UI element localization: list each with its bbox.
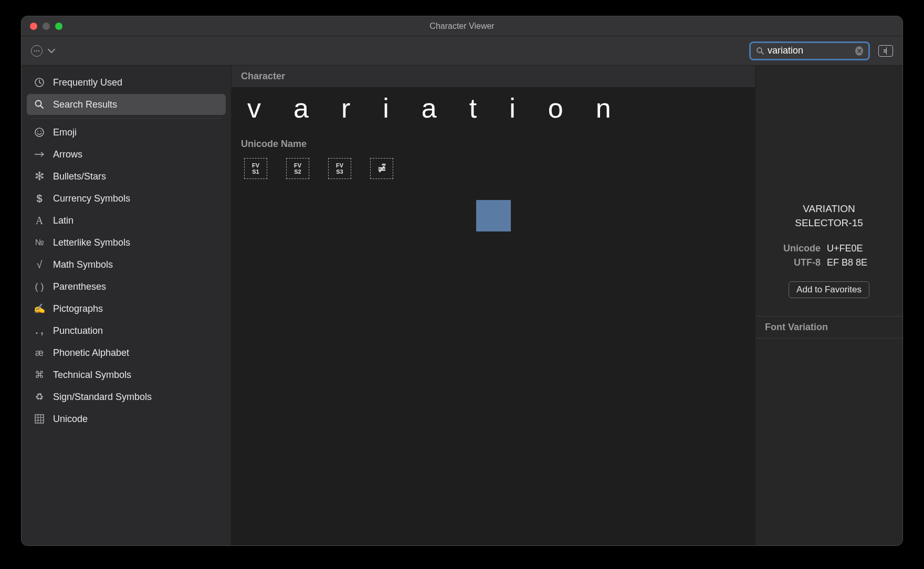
arrow-icon xyxy=(33,148,46,161)
query-char[interactable]: r xyxy=(341,92,367,124)
result-glyph-row: FV S1 FV S2 FV S3 ≠̃ xyxy=(232,158,755,179)
query-char[interactable]: i xyxy=(509,92,532,124)
sidebar-item-label: Math Symbols xyxy=(53,259,113,270)
more-options-icon[interactable] xyxy=(31,45,43,57)
query-char[interactable]: o xyxy=(548,92,580,124)
sidebar-item-punctuation[interactable]: . , Punctuation xyxy=(27,320,226,341)
search-input[interactable] xyxy=(768,45,855,56)
zoom-button[interactable] xyxy=(55,23,62,30)
character-viewer-window: Character Viewer xyxy=(21,16,903,546)
recycle-icon: ♻ xyxy=(33,391,46,403)
query-char[interactable]: v xyxy=(247,92,278,124)
query-char[interactable]: i xyxy=(383,92,406,124)
sidebar-item-label: Arrows xyxy=(53,149,82,160)
sidebar-divider xyxy=(31,118,222,119)
svg-rect-5 xyxy=(884,49,887,50)
sidebar-item-label: Sign/Standard Symbols xyxy=(53,392,152,403)
titlebar: Character Viewer xyxy=(22,16,902,36)
sidebar-item-label: Unicode xyxy=(53,414,88,425)
query-char[interactable]: n xyxy=(596,92,628,124)
sidebar-item-math[interactable]: √ Math Symbols xyxy=(27,254,226,275)
unicode-label: Unicode xyxy=(773,243,821,254)
write-icon: ✍ xyxy=(33,302,46,315)
traffic-lights xyxy=(22,23,62,30)
search-field[interactable] xyxy=(749,41,870,60)
sidebar-item-label: Punctuation xyxy=(53,325,103,336)
utf8-row: UTF-8 EF B8 8E xyxy=(755,256,902,270)
svg-rect-15 xyxy=(35,415,44,423)
sidebar-item-label: Letterlike Symbols xyxy=(53,237,130,248)
main-panel: Character v a r i a t i o n Unicode Name… xyxy=(232,66,755,545)
sidebar-item-label: Frequently Used xyxy=(53,77,122,88)
clear-search-button[interactable] xyxy=(855,46,863,56)
sidebar-item-pictographs[interactable]: ✍ Pictographs xyxy=(27,298,226,319)
sidebar-item-latin[interactable]: A Latin xyxy=(27,210,226,231)
svg-point-12 xyxy=(37,131,38,132)
selected-character-highlight xyxy=(476,200,511,231)
dollar-icon: $ xyxy=(33,192,46,205)
sidebar-item-currency[interactable]: $ Currency Symbols xyxy=(27,188,226,209)
svg-point-13 xyxy=(40,131,41,132)
parens-icon: ( ) xyxy=(33,280,46,293)
svg-point-11 xyxy=(35,128,44,136)
window-title: Character Viewer xyxy=(22,22,902,31)
character-name: VARIATION SELECTOR-15 xyxy=(755,202,902,241)
sidebar-item-bullets-stars[interactable]: ✻ Bullets/Stars xyxy=(27,166,226,187)
toolbar xyxy=(22,36,902,66)
ae-icon: æ xyxy=(33,346,46,359)
add-to-favorites-button[interactable]: Add to Favorites xyxy=(789,281,869,298)
sidebar-item-label: Currency Symbols xyxy=(53,193,130,204)
sidebar-item-label: Bullets/Stars xyxy=(53,171,106,182)
unicode-codepoint-row: Unicode U+FE0E xyxy=(755,241,902,256)
svg-line-10 xyxy=(40,106,43,108)
window-body: Frequently Used Search Results Emoji Ar xyxy=(22,66,902,545)
sidebar-item-label: Latin xyxy=(53,215,74,226)
toolbar-left xyxy=(31,45,55,57)
query-char[interactable]: a xyxy=(422,92,454,124)
sidebar-item-label: Technical Symbols xyxy=(53,370,131,381)
latin-a-icon: A xyxy=(33,214,46,227)
unicode-value: U+FE0E xyxy=(827,243,885,254)
svg-rect-7 xyxy=(884,51,887,52)
sidebar-item-frequently-used[interactable]: Frequently Used xyxy=(27,72,226,93)
expand-button[interactable] xyxy=(878,45,893,57)
numero-icon: № xyxy=(33,236,46,249)
svg-point-2 xyxy=(38,50,39,51)
result-glyph[interactable]: FV S2 xyxy=(286,158,309,179)
sidebar: Frequently Used Search Results Emoji Ar xyxy=(22,66,232,545)
utf8-label: UTF-8 xyxy=(773,257,821,268)
svg-rect-6 xyxy=(884,50,887,51)
sidebar-item-phonetic[interactable]: æ Phonetic Alphabet xyxy=(27,342,226,363)
result-glyph[interactable]: FV S3 xyxy=(328,158,351,179)
sidebar-item-arrows[interactable]: Arrows xyxy=(27,144,226,165)
query-character-row: v a r i a t i o n xyxy=(232,87,755,134)
sidebar-item-label: Emoji xyxy=(53,127,77,138)
svg-point-0 xyxy=(34,50,35,51)
sidebar-item-unicode[interactable]: Unicode xyxy=(27,408,226,429)
sidebar-item-sign-standard[interactable]: ♻ Sign/Standard Symbols xyxy=(27,386,226,407)
search-icon xyxy=(33,98,46,111)
sqrt-icon: √ xyxy=(33,258,46,271)
result-glyph[interactable]: ≠̃ xyxy=(370,158,393,179)
sidebar-item-parentheses[interactable]: ( ) Parentheses xyxy=(27,276,226,297)
sidebar-item-label: Search Results xyxy=(53,99,117,110)
sidebar-item-label: Pictographs xyxy=(53,303,103,314)
svg-point-1 xyxy=(36,50,37,51)
sidebar-item-search-results[interactable]: Search Results xyxy=(27,94,226,115)
command-icon: ⌘ xyxy=(33,368,46,381)
close-button[interactable] xyxy=(30,23,37,30)
search-icon xyxy=(756,47,764,55)
chevron-down-icon[interactable] xyxy=(48,47,55,55)
sidebar-item-emoji[interactable]: Emoji xyxy=(27,122,226,143)
query-char[interactable]: a xyxy=(293,92,326,124)
character-section-header: Character xyxy=(232,66,755,87)
unicode-name-header: Unicode Name xyxy=(232,134,755,158)
query-char[interactable]: t xyxy=(469,92,494,124)
sidebar-item-letterlike[interactable]: № Letterlike Symbols xyxy=(27,232,226,253)
result-glyph[interactable]: FV S1 xyxy=(244,158,267,179)
grid-icon xyxy=(33,413,46,425)
asterisk-icon: ✻ xyxy=(33,170,46,183)
sidebar-item-technical[interactable]: ⌘ Technical Symbols xyxy=(27,364,226,385)
minimize-button[interactable] xyxy=(43,23,50,30)
emoji-icon xyxy=(33,126,46,139)
